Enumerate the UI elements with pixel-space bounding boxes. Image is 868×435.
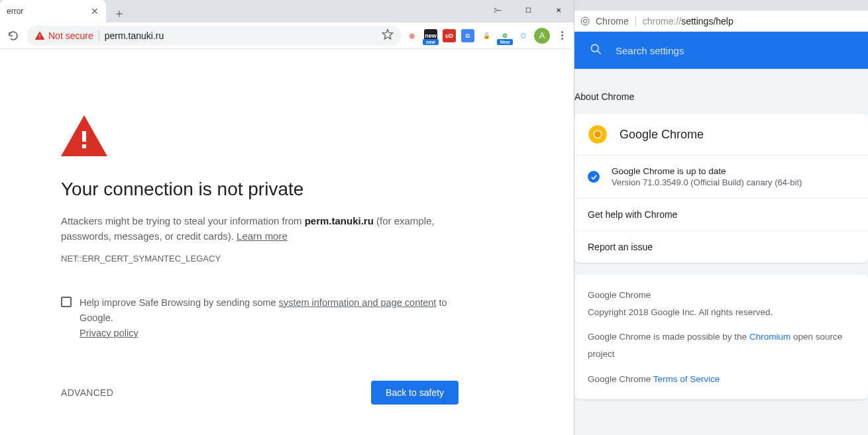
security-chip[interactable]: Not secure xyxy=(34,30,93,41)
search-icon xyxy=(589,42,602,58)
url-scheme: chrome:// xyxy=(643,16,681,26)
chrome-menu-button[interactable] xyxy=(554,31,570,40)
tab-privacy-error[interactable]: error ✕ xyxy=(0,0,106,23)
reload-button[interactable] xyxy=(4,26,23,45)
tos-link[interactable]: Terms of Service xyxy=(653,374,720,384)
safe-browsing-optin: Help improve Safe Browsing by sending so… xyxy=(61,295,459,342)
svg-point-2 xyxy=(581,17,589,25)
learn-more-link[interactable]: Learn more xyxy=(237,230,288,242)
body-host: perm.tanuki.ru xyxy=(305,215,374,226)
back-to-safety-button[interactable]: Back to safety xyxy=(371,381,459,405)
about-header-row: Google Chrome xyxy=(574,114,868,155)
footer-chromium-line: Google Chrome is made possible by the Ch… xyxy=(588,328,855,362)
about-footer-card: Google Chrome Copyright 2018 Google Inc.… xyxy=(574,275,868,399)
advanced-button[interactable]: ADVANCED xyxy=(61,387,113,398)
footer-tos-line: Google Chrome Terms of Service xyxy=(588,371,855,388)
omnibox[interactable]: Chrome chrome://settings/help xyxy=(574,11,868,32)
product-name: Google Chrome xyxy=(620,128,704,142)
url-path: settings/help xyxy=(681,16,733,26)
chromium-link[interactable]: Chromium xyxy=(749,332,790,342)
svg-point-3 xyxy=(583,19,586,23)
ssl-error-interstitial: Your connection is not private Attackers… xyxy=(0,49,574,435)
footer-copyright: Copyright 2018 Google Inc. All rights re… xyxy=(588,304,855,321)
omnibox-divider xyxy=(99,30,99,41)
footer-product: Google Chrome xyxy=(588,287,855,304)
update-status-row: Google Chrome is up to date Version 71.0… xyxy=(574,155,868,198)
adguard-icon[interactable]: ◎ xyxy=(406,29,419,42)
warning-triangle-icon xyxy=(34,30,45,41)
settings-search-bar xyxy=(574,32,868,69)
maximize-button[interactable]: ☐ xyxy=(513,0,543,20)
warning-triangle-icon xyxy=(61,115,459,159)
tab-title: error xyxy=(7,7,90,16)
omnibox-divider xyxy=(635,16,636,26)
lock-open-icon[interactable]: 🔓 xyxy=(480,29,493,42)
body-pre: Attackers might be trying to steal your … xyxy=(61,215,305,226)
settings-search-input[interactable] xyxy=(616,45,853,56)
close-window-button[interactable]: ✕ xyxy=(543,0,574,20)
profile-avatar[interactable]: A xyxy=(534,28,550,44)
box-icon[interactable]: ⬡ xyxy=(517,29,530,42)
new-ext-icon-1[interactable]: newnew xyxy=(424,29,437,42)
omnibox-url: perm.tanuki.ru xyxy=(105,30,164,41)
svg-rect-1 xyxy=(82,144,86,148)
extension-icons: ◎newnewuDG🔓⚙New⬡ xyxy=(406,29,530,42)
interstitial-body: Attackers might be trying to steal your … xyxy=(61,213,459,244)
bookmark-star-icon[interactable] xyxy=(382,28,394,43)
window-controls: ─ ☐ ✕ xyxy=(482,0,574,20)
omnibox[interactable]: Not secure perm.tanuki.ru xyxy=(27,26,402,46)
toolbar: Not secure perm.tanuki.ru ◎newnewuDG🔓⚙Ne… xyxy=(0,23,574,49)
uptodate-label: Google Chrome is up to date xyxy=(612,166,802,176)
new-tab-button[interactable]: ＋ xyxy=(110,4,129,23)
check-icon xyxy=(588,171,600,183)
cb-pre: Help improve Safe Browsing by sending so… xyxy=(80,297,279,308)
tab-strip: error ✕ ＋ ─ ☐ ✕ xyxy=(0,0,574,23)
report-issue-link[interactable]: Report an issue xyxy=(574,230,868,263)
version-label: Version 71.0.3549.0 (Official Build) can… xyxy=(612,177,802,187)
tab-strip xyxy=(574,0,868,11)
get-help-link[interactable]: Get help with Chrome xyxy=(574,198,868,230)
new-ext-icon-2[interactable]: ⚙New xyxy=(498,29,512,42)
chrome-logo-icon xyxy=(588,124,608,144)
privacy-policy-link[interactable]: Privacy policy xyxy=(80,328,138,338)
get-help-label: Get help with Chrome xyxy=(588,209,677,220)
about-chrome-card: Google Chrome Google Chrome is up to dat… xyxy=(574,114,868,263)
brand-label: Chrome xyxy=(596,16,629,26)
security-label: Not secure xyxy=(48,30,93,41)
svg-point-8 xyxy=(594,131,601,138)
left-browser-window: error ✕ ＋ ─ ☐ ✕ Not secure perm.tanuki.… xyxy=(0,0,574,435)
minimize-button[interactable]: ─ xyxy=(482,0,513,20)
report-issue-label: Report an issue xyxy=(588,242,653,252)
interstitial-heading: Your connection is not private xyxy=(61,179,459,200)
tab-close-icon[interactable]: ✕ xyxy=(90,7,99,16)
right-browser-window: Chrome chrome://settings/help About Chro… xyxy=(574,0,868,435)
section-title: About Chrome xyxy=(574,91,868,102)
svg-rect-0 xyxy=(82,131,86,142)
settings-body: About Chrome Google Chrome Google Ch xyxy=(574,69,868,435)
svg-line-5 xyxy=(598,51,601,54)
safe-browsing-checkbox[interactable] xyxy=(61,297,72,307)
svg-point-4 xyxy=(591,44,598,52)
ublock-icon[interactable]: uD xyxy=(443,29,456,42)
system-info-link[interactable]: system information and page content xyxy=(279,297,437,308)
chrome-page-icon xyxy=(580,16,590,26)
translate-icon[interactable]: G xyxy=(461,29,474,42)
error-code: NET::ERR_CERT_SYMANTEC_LEGACY xyxy=(61,254,459,264)
